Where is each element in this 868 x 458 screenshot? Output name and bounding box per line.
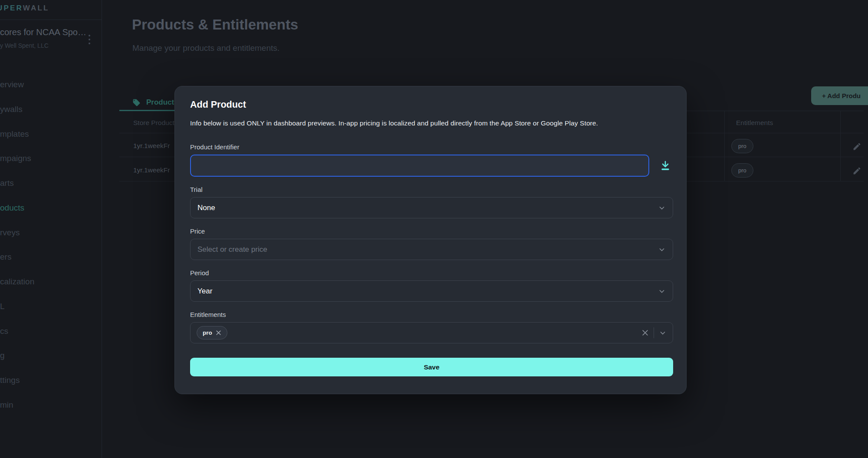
- sidebar-item-sql[interactable]: L: [0, 301, 5, 312]
- chevron-down-icon[interactable]: [659, 329, 667, 337]
- sidebar: UPERWALL cores for NCAA Spo… y Well Spen…: [0, 0, 102, 458]
- save-button[interactable]: Save: [190, 358, 673, 376]
- table-header-store-product: Store Product: [133, 119, 174, 127]
- sidebar-item-localization[interactable]: calization: [0, 276, 34, 287]
- trial-select[interactable]: None: [190, 197, 673, 218]
- edit-row-icon[interactable]: [852, 166, 861, 177]
- sidebar-item-surveys[interactable]: rveys: [0, 227, 20, 238]
- sidebar-item-charts[interactable]: arts: [0, 178, 14, 189]
- sidebar-topbar: UPERWALL: [0, 0, 102, 20]
- sidebar-item-overview[interactable]: erview: [0, 79, 24, 90]
- chevron-down-icon: [658, 287, 666, 295]
- product-identifier-input[interactable]: [190, 155, 649, 177]
- app-menu-kebab-icon[interactable]: [89, 35, 90, 44]
- logo-text-gray: WALL: [23, 4, 49, 12]
- table-row-product-id: 1yr.1weekFr: [133, 142, 170, 150]
- sidebar-item-paywalls[interactable]: ywalls: [0, 104, 23, 115]
- price-select[interactable]: Select or create price: [190, 239, 673, 260]
- remove-chip-icon[interactable]: [216, 330, 221, 336]
- tab-products[interactable]: Products: [119, 95, 178, 110]
- tab-products-label: Products: [146, 98, 178, 107]
- table-column-divider: [840, 111, 841, 181]
- page-subtitle: Manage your products and entitlements.: [132, 43, 279, 53]
- entitlement-badge: pro: [731, 139, 753, 153]
- price-label: Price: [190, 227, 673, 235]
- edit-row-icon[interactable]: [852, 142, 861, 153]
- sidebar-item-settings[interactable]: ttings: [0, 375, 20, 386]
- import-download-button[interactable]: [657, 159, 673, 172]
- modal-description: Info below is used ONLY in dashboard pre…: [190, 119, 673, 127]
- entitlements-label: Entitlements: [190, 311, 673, 318]
- table-header-entitlements: Entitlements: [736, 119, 773, 127]
- table-column-divider: [724, 111, 725, 181]
- multiselect-divider: [654, 327, 654, 338]
- entitlement-chip: pro: [197, 326, 227, 339]
- app-switcher-company: y Well Spent, LLC: [0, 42, 49, 49]
- sidebar-item-templates[interactable]: mplates: [0, 129, 29, 140]
- sidebar-item-users[interactable]: ers: [0, 251, 11, 263]
- product-identifier-label: Product Identifier: [190, 143, 673, 151]
- modal-title: Add Product: [190, 99, 673, 110]
- period-select[interactable]: Year: [190, 280, 673, 302]
- sidebar-item-campaigns[interactable]: mpaigns: [0, 153, 31, 164]
- entitlement-badge: pro: [731, 163, 753, 178]
- entitlements-multiselect[interactable]: pro: [190, 322, 673, 343]
- chevron-down-icon: [658, 246, 666, 254]
- page-title: Products & Entitlements: [132, 16, 298, 33]
- app-switcher-name[interactable]: cores for NCAA Spo…: [0, 27, 87, 37]
- download-icon: [659, 159, 671, 172]
- sidebar-item-products[interactable]: oducts: [0, 202, 24, 214]
- clear-all-icon[interactable]: [641, 329, 649, 336]
- table-row-product-id: 1yr.1weekFr: [133, 166, 170, 174]
- logo-text-teal: UPER: [0, 4, 23, 12]
- superwall-logo: UPERWALL: [0, 4, 49, 13]
- tag-icon: [132, 99, 141, 107]
- add-product-modal: Add Product Info below is used ONLY in d…: [174, 86, 687, 394]
- chevron-down-icon: [658, 204, 666, 212]
- price-placeholder: Select or create price: [197, 245, 658, 254]
- trial-selected-value: None: [197, 204, 658, 212]
- sidebar-item-admin[interactable]: min: [0, 399, 13, 411]
- sidebar-item-log[interactable]: g: [0, 350, 5, 361]
- add-product-button[interactable]: + Add Produ: [811, 86, 868, 105]
- sidebar-item-analytics[interactable]: cs: [0, 326, 8, 337]
- period-selected-value: Year: [197, 287, 658, 296]
- trial-label: Trial: [190, 186, 673, 193]
- entitlement-chip-label: pro: [203, 329, 212, 336]
- period-label: Period: [190, 269, 673, 277]
